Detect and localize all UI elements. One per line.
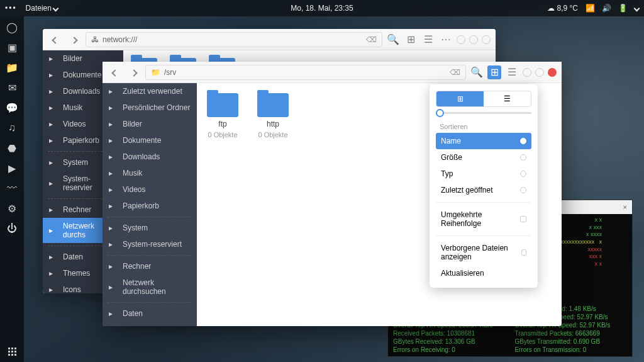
clear-icon[interactable]: ⌫ <box>450 68 460 77</box>
back-button[interactable] <box>108 65 123 80</box>
dock-chat[interactable]: 💬 <box>6 102 18 113</box>
close-button[interactable] <box>548 68 557 77</box>
folder-icon: ▸ <box>109 136 118 145</box>
folder-icon: ▸ <box>49 87 58 96</box>
sidebar-item[interactable]: ▸System-reserviert <box>103 236 197 252</box>
folder-item[interactable]: http0 Objekte <box>257 93 289 139</box>
dock-power[interactable]: ⏻ <box>6 223 18 234</box>
zoom-slider[interactable] <box>436 112 531 114</box>
chevron-down-icon <box>53 4 58 13</box>
folder-icon: ▸ <box>109 283 118 291</box>
sidebar-item-label: Themes <box>123 325 150 326</box>
sidebar-item[interactable]: ▸Zuletzt verwendet <box>103 83 197 99</box>
reverse-order-toggle[interactable]: Umgekehrte Reihenfolge <box>436 206 531 232</box>
folder-icon: ▸ <box>49 103 58 112</box>
clear-icon[interactable]: ⌫ <box>366 35 377 44</box>
wifi-icon[interactable]: 📶 <box>586 4 594 13</box>
folder-icon: ▸ <box>49 136 58 145</box>
sidebar-item-label: Papierkorb <box>123 201 159 210</box>
sidebar-item[interactable]: ▸Videos <box>103 181 197 198</box>
address-text: network:/// <box>103 35 137 44</box>
list-view-icon[interactable]: ☰ <box>421 33 435 47</box>
folder-icon: ▸ <box>109 169 118 178</box>
sort-option-label: Größe <box>441 153 462 162</box>
view-toggle: ⊞ ☰ <box>436 91 531 107</box>
sidebar-item[interactable]: ▸Downloads <box>103 149 197 165</box>
folder-icon: ▸ <box>49 179 58 188</box>
grid-toggle[interactable]: ⊞ <box>436 91 484 106</box>
forward-button[interactable] <box>67 32 82 47</box>
folder-icon: ▸ <box>109 309 118 318</box>
grid-view-icon[interactable]: ⊞ <box>404 33 418 47</box>
folder-icon: ▸ <box>109 262 118 271</box>
sidebar-item-label: Videos <box>63 120 86 128</box>
top-bar: ••• Dateien Mo, 18. Mai, 23:35 ☁ 8,9 °C … <box>0 0 644 16</box>
sidebar-item-label: Themes <box>63 269 90 278</box>
forward-button[interactable] <box>126 65 142 80</box>
show-hidden-toggle[interactable]: Verborgene Dateien anzeigen <box>436 240 531 265</box>
sidebar-item-label: Dokumente <box>63 71 101 79</box>
clock[interactable]: Mo, 18. Mai, 23:35 <box>291 4 353 13</box>
search-icon[interactable]: 🔍 <box>470 65 484 79</box>
sidebar-item-label: Rechner <box>123 262 151 271</box>
folder-icon: ▸ <box>49 252 58 261</box>
dock-apps-grid[interactable] <box>8 348 16 356</box>
battery-icon[interactable]: 🔋 <box>618 4 627 13</box>
sidebar: ▸Zuletzt verwendet▸Persönlicher Ordner▸B… <box>103 83 197 326</box>
maximize-button[interactable] <box>469 35 478 44</box>
address-bar[interactable]: 🖧 network:/// ⌫ <box>86 32 382 47</box>
search-icon[interactable]: 🔍 <box>386 33 400 47</box>
list-toggle[interactable]: ☰ <box>484 91 531 106</box>
grid-view-icon[interactable]: ⊞ <box>487 65 501 79</box>
activities-button[interactable]: ••• <box>5 4 17 13</box>
close-button[interactable] <box>482 35 491 44</box>
minimize-button[interactable] <box>523 68 531 77</box>
dock-terminal[interactable]: ▣ <box>6 42 18 53</box>
address-text: /srv <box>164 68 176 77</box>
folder-icon: ▸ <box>49 158 58 167</box>
dock-browser[interactable]: ◯ <box>6 21 18 33</box>
dock-settings[interactable]: ⚙ <box>6 203 18 214</box>
dock-play[interactable]: ▶ <box>6 162 18 174</box>
sidebar-item[interactable]: ▸System <box>103 220 197 236</box>
sidebar-item[interactable]: ▸Dokumente <box>103 132 197 149</box>
sort-option[interactable]: Zuletzt geöffnet <box>436 182 531 198</box>
refresh-action[interactable]: Aktualisieren <box>436 265 531 281</box>
menu-icon[interactable]: ⋯ <box>439 33 453 47</box>
radio-icon <box>520 138 526 144</box>
app-menu[interactable]: Dateien <box>26 4 58 13</box>
system-menu-chevron[interactable] <box>635 4 639 13</box>
sort-option-label: Name <box>441 137 461 145</box>
sidebar-item-label: Bilder <box>123 120 142 128</box>
dock-music[interactable]: ♫ <box>6 122 18 133</box>
folder-item[interactable]: ftp0 Objekte <box>207 93 238 139</box>
back-button[interactable] <box>48 32 63 47</box>
sidebar-item[interactable]: ▸Papierkorb <box>103 198 197 214</box>
minimize-button[interactable] <box>457 35 465 44</box>
sidebar-item-label: Daten <box>63 252 83 261</box>
sidebar-item[interactable]: ▸Themes <box>103 322 197 326</box>
dock-steam[interactable]: ⬣ <box>6 142 18 154</box>
volume-icon[interactable]: 🔊 <box>602 4 611 13</box>
sidebar-item-label: Zuletzt verwendet <box>123 87 182 96</box>
sidebar-item[interactable]: ▸Musik <box>103 165 197 181</box>
address-bar[interactable]: 📁 /srv ⌫ <box>145 65 466 80</box>
sort-option[interactable]: Typ <box>436 166 531 182</box>
sidebar-item[interactable]: ▸Daten <box>103 305 197 322</box>
dock-files[interactable]: 📁 <box>6 62 18 73</box>
weather-indicator[interactable]: ☁ 8,9 °C <box>547 4 578 13</box>
folder-icon: ▸ <box>49 285 58 293</box>
radio-icon <box>520 187 526 193</box>
maximize-button[interactable] <box>535 68 544 77</box>
sort-option[interactable]: Größe <box>436 149 531 166</box>
sidebar-item[interactable]: ▸Bilder <box>103 116 197 132</box>
folder-icon: ▸ <box>49 54 58 63</box>
sidebar-item[interactable]: ▸Rechner <box>103 258 197 274</box>
list-view-icon[interactable]: ☰ <box>505 65 519 79</box>
sidebar-item[interactable]: ▸Persönlicher Ordner <box>103 99 197 116</box>
dock-monitor[interactable]: 〰 <box>6 183 18 194</box>
close-icon[interactable]: × <box>623 203 627 211</box>
sidebar-item[interactable]: ▸Netzwerk durchsuchen <box>103 274 197 300</box>
sort-option[interactable]: Name <box>436 133 531 149</box>
dock-mail[interactable]: ✉ <box>6 82 18 93</box>
